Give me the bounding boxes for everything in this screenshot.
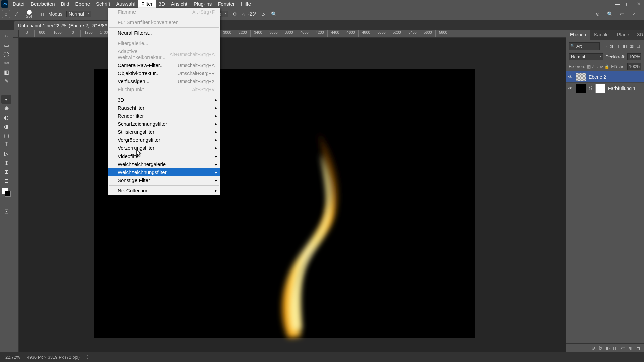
- panel-tab-kanäle[interactable]: Kanäle: [590, 30, 613, 40]
- menu-item-objektivkorrektur[interactable]: Objektivkorrektur...Umschalt+Strg+R: [108, 69, 220, 77]
- menu-item-videofilter[interactable]: Videofilter: [108, 152, 220, 160]
- share-icon[interactable]: ↗: [630, 10, 638, 18]
- lock-icon-4[interactable]: 🔒: [604, 64, 609, 69]
- layers-footer-icon-5[interactable]: ⊕: [629, 345, 633, 351]
- home-icon[interactable]: ⌂: [2, 10, 10, 18]
- layers-footer-icon-4[interactable]: ▭: [621, 345, 625, 351]
- canvas-area[interactable]: 0800100001200140016001800200022002400260…: [13, 30, 566, 352]
- menu-item-renderfilter[interactable]: Renderfilter: [108, 112, 220, 120]
- panel-tab-3d[interactable]: 3D: [633, 30, 644, 40]
- menubar-item-bild[interactable]: Bild: [58, 0, 72, 8]
- brush-tool-icon[interactable]: ∕: [13, 10, 21, 18]
- smoothing-gear-icon[interactable]: ⚙: [231, 10, 239, 18]
- menubar-item-plug-ins[interactable]: Plug-ins: [191, 0, 215, 8]
- document-tab[interactable]: Unbenannt-1 bei 22,7% (Ebene 2, RGB/8#) …: [14, 21, 121, 30]
- panel-tab-pfade[interactable]: Pfade: [613, 30, 633, 40]
- lock-icon-1[interactable]: ∕: [592, 64, 594, 69]
- blend-mode-dropdown[interactable]: Normal: [66, 11, 91, 17]
- menu-item-weichzeichnungsfilter[interactable]: Weichzeichnungsfilter: [108, 168, 220, 176]
- panel-tab-ebenen[interactable]: Ebenen: [566, 30, 590, 40]
- workspace-icon[interactable]: ▭: [618, 10, 626, 18]
- menubar-item-datei[interactable]: Datei: [10, 0, 28, 8]
- layer-row[interactable]: 👁⛓Farbfüllung 1: [566, 83, 644, 94]
- close-button[interactable]: ✕: [633, 0, 644, 8]
- layers-footer-icon-6[interactable]: 🗑: [636, 345, 641, 351]
- tool-10[interactable]: ◑: [1, 122, 11, 131]
- filter-type-icon-4[interactable]: ▦: [629, 43, 635, 49]
- layers-footer-icon-1[interactable]: fx: [599, 345, 602, 351]
- fill-input[interactable]: 100%: [627, 63, 641, 70]
- layers-footer-icon-0[interactable]: ⊝: [591, 345, 595, 351]
- lock-icon-3[interactable]: ▱: [600, 64, 603, 69]
- tool-16[interactable]: ⊡: [1, 176, 11, 185]
- menubar-item-fenster[interactable]: Fenster: [215, 0, 238, 8]
- tool-9[interactable]: ◐: [1, 113, 11, 122]
- symmetry-icon[interactable]: 🔍: [270, 10, 278, 18]
- menubar-item-3d[interactable]: 3D: [156, 0, 168, 8]
- tool-5[interactable]: ✎: [1, 77, 11, 85]
- pressure-icon[interactable]: ⫝̸: [259, 10, 267, 18]
- zoom-level[interactable]: 22,72%: [5, 355, 20, 360]
- tool-6[interactable]: ⟋: [1, 86, 11, 95]
- filter-type-icon-1[interactable]: ◑: [608, 43, 614, 49]
- layer-name[interactable]: Ebene 2: [589, 74, 606, 80]
- lock-icon-0[interactable]: ▦: [587, 64, 591, 69]
- quickmask-icon[interactable]: ◻: [1, 198, 11, 206]
- maximize-button[interactable]: ▢: [623, 0, 633, 8]
- menubar-item-ebene[interactable]: Ebene: [72, 0, 93, 8]
- tool-7[interactable]: ⌁: [1, 95, 11, 104]
- minimize-button[interactable]: —: [612, 0, 623, 8]
- layer-row[interactable]: 👁Ebene 2: [566, 71, 644, 83]
- tool-0[interactable]: ↔: [1, 32, 11, 40]
- menubar-item-auswahl[interactable]: Auswahl: [113, 0, 139, 8]
- menu-item-stilisierungsfilter[interactable]: Stilisierungsfilter: [108, 128, 220, 136]
- mask-thumbnail[interactable]: [595, 84, 605, 93]
- menubar-item-filter[interactable]: Filter: [138, 0, 155, 8]
- color-swatches[interactable]: [1, 187, 11, 197]
- menu-item-verzerrungsfilter[interactable]: Verzerrungsfilter: [108, 144, 220, 152]
- menu-item-3d[interactable]: 3D: [108, 96, 220, 104]
- search-icon[interactable]: ⊙: [594, 10, 602, 18]
- menu-item-camera-raw-filter[interactable]: Camera Raw-Filter...Umschalt+Strg+A: [108, 61, 220, 69]
- opacity-input[interactable]: 100%: [627, 53, 641, 60]
- menubar-item-ansicht[interactable]: Ansicht: [168, 0, 191, 8]
- layer-thumbnail[interactable]: [576, 84, 586, 93]
- background-color[interactable]: [5, 191, 11, 197]
- menu-item-scharfzeichnungsfilter[interactable]: Scharfzeichnungsfilter: [108, 120, 220, 128]
- menubar-item-bearbeiten[interactable]: Bearbeiten: [28, 0, 58, 8]
- menu-item-nik-collection[interactable]: Nik Collection: [108, 187, 220, 195]
- visibility-icon[interactable]: 👁: [568, 86, 573, 91]
- angle-value[interactable]: -23°: [248, 11, 257, 17]
- layer-search-input[interactable]: Art: [569, 42, 600, 50]
- menu-item-verfl-ssigen[interactable]: Verflüssigen...Umschalt+Strg+X: [108, 77, 220, 85]
- status-arrow-icon[interactable]: 〉: [87, 354, 91, 360]
- tool-11[interactable]: ⬚: [1, 131, 11, 140]
- layer-thumbnail[interactable]: [576, 73, 586, 81]
- tool-4[interactable]: ◧: [1, 68, 11, 76]
- ruler-horizontal[interactable]: 0800100001200140016001800200022002400260…: [19, 30, 566, 38]
- ruler-vertical[interactable]: [13, 38, 19, 352]
- menu-item-rauschfilter[interactable]: Rauschfilter: [108, 104, 220, 112]
- filter-type-icon-2[interactable]: T: [615, 43, 621, 49]
- visibility-icon[interactable]: 👁: [568, 74, 573, 80]
- tool-12[interactable]: T: [1, 140, 11, 149]
- filter-type-icon-0[interactable]: ▭: [602, 43, 608, 49]
- link-icon[interactable]: ⛓: [589, 86, 593, 91]
- screenmode-icon[interactable]: ⊡: [1, 207, 11, 216]
- layer-blend-dropdown[interactable]: Normal: [569, 53, 603, 60]
- menubar-item-schrift[interactable]: Schrift: [93, 0, 113, 8]
- tool-1[interactable]: ▭: [1, 41, 11, 49]
- tool-14[interactable]: ⊕: [1, 158, 11, 167]
- menu-item-weichzeichnergalerie[interactable]: Weichzeichnergalerie: [108, 160, 220, 168]
- filter-type-icon-3[interactable]: ◧: [622, 43, 628, 49]
- menu-item-sonstige-filter[interactable]: Sonstige Filter: [108, 176, 220, 184]
- tool-13[interactable]: ▷: [1, 149, 11, 158]
- tool-2[interactable]: ◯: [1, 50, 11, 58]
- zoom-icon[interactable]: 🔍: [606, 10, 614, 18]
- layers-footer-icon-3[interactable]: ▥: [613, 345, 618, 351]
- brush-preview[interactable]: 254: [23, 9, 35, 19]
- lock-icon-2[interactable]: ↕: [596, 64, 598, 69]
- ruler-origin[interactable]: [13, 30, 19, 38]
- menu-item-vergr-berungsfilter[interactable]: Vergröberungsfilter: [108, 136, 220, 144]
- tool-8[interactable]: ✺: [1, 104, 11, 113]
